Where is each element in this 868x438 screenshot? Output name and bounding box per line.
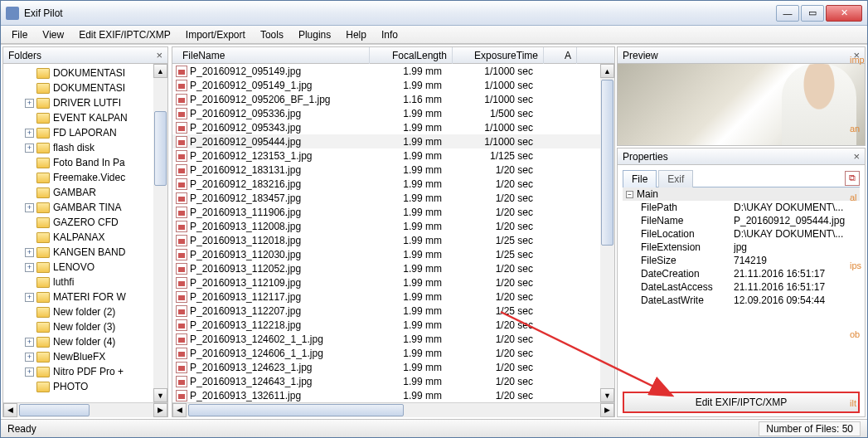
col-focallength[interactable]: FocalLength <box>370 47 453 64</box>
menu-import-export[interactable]: Import/Export <box>180 27 251 42</box>
file-row[interactable]: P_20160912_183457.jpg1.99 mm1/20 sec <box>172 191 600 205</box>
tree-item[interactable]: +KANGEN BAND <box>3 245 153 260</box>
menu-view[interactable]: View <box>36 27 70 42</box>
file-row[interactable]: P_20160913_112117.jpg1.99 mm1/20 sec <box>172 290 600 304</box>
tree-item[interactable]: luthfi <box>3 275 153 290</box>
minimize-button[interactable]: — <box>776 5 799 22</box>
tree-item[interactable]: DOKUMENTASI <box>3 80 153 95</box>
file-row[interactable]: P_20160913_132611.jpg1.99 mm1/20 sec <box>172 388 600 402</box>
expander-icon[interactable]: + <box>25 263 34 272</box>
file-row[interactable]: P_20160913_124606_1_1.jpg1.99 mm1/20 sec <box>172 346 600 360</box>
property-row[interactable]: FileNameP_20160912_095444.jpg <box>623 214 860 227</box>
tree-item[interactable]: DOKUMENTASI <box>3 66 153 80</box>
tree-item[interactable]: +New folder (4) <box>3 334 153 349</box>
tree-item[interactable]: Foto Band In Pa <box>3 155 153 170</box>
tree-item[interactable]: +flash disk <box>3 140 153 155</box>
file-row[interactable]: P_20160912_095149.jpg1.99 mm1/1000 sec <box>172 64 600 78</box>
file-row[interactable]: P_20160913_124643_1.jpg1.99 mm1/20 sec <box>172 374 600 388</box>
tree-item[interactable]: +DRIVER LUTFI <box>3 95 153 110</box>
tree-item[interactable]: +LENOVO <box>3 260 153 275</box>
property-row[interactable]: DateCreation21.11.2016 16:51:17 <box>623 267 860 280</box>
property-group-main[interactable]: − Main <box>623 187 860 201</box>
property-row[interactable]: DateLastAccess21.11.2016 16:51:17 <box>623 280 860 294</box>
col-filename[interactable]: FileName <box>177 47 370 64</box>
scroll-right-icon[interactable]: ▶ <box>600 403 614 417</box>
file-row[interactable]: P_20160913_112207.jpg1.99 mm1/25 sec <box>172 304 600 318</box>
file-row[interactable]: P_20160913_112218.jpg1.99 mm1/20 sec <box>172 318 600 332</box>
tab-exif[interactable]: Exif <box>658 170 693 187</box>
menu-tools[interactable]: Tools <box>255 27 289 42</box>
property-row[interactable]: FileLocationD:\UKAY DOKUMENT\... <box>623 227 860 241</box>
file-row[interactable]: P_20160913_124602_1_1.jpg1.99 mm1/20 sec <box>172 332 600 346</box>
tree-item[interactable]: EVENT KALPAN <box>3 110 153 125</box>
file-row[interactable]: P_20160913_112018.jpg1.99 mm1/25 sec <box>172 233 600 247</box>
tree-item[interactable]: +MATERI FOR W <box>3 290 153 304</box>
expander-icon[interactable]: + <box>25 129 34 138</box>
vscroll-thumb[interactable] <box>601 80 613 246</box>
close-button[interactable]: ✕ <box>826 5 862 22</box>
folders-close-icon[interactable]: × <box>156 49 162 61</box>
file-row[interactable]: P_20160913_112109.jpg1.99 mm1/20 sec <box>172 275 600 290</box>
edit-exif-button[interactable]: Edit EXIF/IPTC/XMP <box>623 392 860 413</box>
menu-edit-exif[interactable]: Edit EXIF/IPTC/XMP <box>73 27 177 42</box>
menu-info[interactable]: Info <box>376 27 404 42</box>
col-exposuretime[interactable]: ExposureTime <box>453 47 544 64</box>
hscroll-thumb[interactable] <box>19 404 90 416</box>
tree-item[interactable]: GAZERO CFD <box>3 215 153 230</box>
scroll-down-icon[interactable]: ▼ <box>600 388 614 402</box>
expander-icon[interactable]: + <box>25 144 34 153</box>
col-a[interactable]: A <box>544 47 577 64</box>
property-row[interactable]: FileExtensionjpg <box>623 241 860 254</box>
scroll-up-icon[interactable]: ▲ <box>153 64 167 78</box>
expander-icon[interactable]: + <box>25 99 34 108</box>
menu-help[interactable]: Help <box>340 27 372 42</box>
file-list[interactable]: P_20160912_095149.jpg1.99 mm1/1000 secP_… <box>172 64 600 402</box>
file-row[interactable]: P_20160913_112052.jpg1.99 mm1/20 sec <box>172 261 600 275</box>
file-row[interactable]: P_20160913_112008.jpg1.99 mm1/20 sec <box>172 219 600 233</box>
tree-item[interactable]: New folder (3) <box>3 319 153 334</box>
expander-icon[interactable]: + <box>25 203 34 212</box>
file-row[interactable]: P_20160912_095343.jpg1.99 mm1/1000 sec <box>172 120 600 134</box>
preview-close-icon[interactable]: × <box>853 49 860 61</box>
menu-file[interactable]: File <box>6 27 33 42</box>
files-hscrollbar[interactable]: ◀ ▶ <box>172 402 614 416</box>
file-row[interactable]: P_20160912_183216.jpg1.99 mm1/20 sec <box>172 177 600 191</box>
tree-item[interactable]: KALPANAX <box>3 230 153 245</box>
tree-item[interactable]: GAMBAR <box>3 185 153 200</box>
tree-item[interactable]: +GAMBAR TINA <box>3 200 153 215</box>
property-row[interactable]: DateLastWrite12.09.2016 09:54:44 <box>623 294 860 307</box>
tree-item[interactable]: PHOTO <box>3 379 153 394</box>
file-row[interactable]: P_20160913_112030.jpg1.99 mm1/25 sec <box>172 247 600 261</box>
file-row[interactable]: P_20160912_123153_1.jpg1.99 mm1/125 sec <box>172 148 600 163</box>
expander-icon[interactable]: + <box>25 338 34 347</box>
file-row[interactable]: P_20160912_095444.jpg1.99 mm1/1000 sec <box>172 134 600 148</box>
hscroll-thumb[interactable] <box>188 404 404 416</box>
folders-hscrollbar[interactable]: ◀ ▶ <box>3 402 167 416</box>
tree-item[interactable]: +NewBlueFX <box>3 349 153 364</box>
tree-item[interactable]: +FD LAPORAN <box>3 125 153 140</box>
property-row[interactable]: FilePathD:\UKAY DOKUMENT\... <box>623 201 860 214</box>
expander-icon[interactable]: + <box>25 248 34 257</box>
tree-item[interactable]: +Nitro PDF Pro + <box>3 364 153 379</box>
preview-image[interactable] <box>618 64 865 145</box>
vscroll-thumb[interactable] <box>154 111 167 186</box>
property-row[interactable]: FileSize714219 <box>623 254 860 267</box>
files-vscrollbar[interactable]: ▲ ▼ <box>600 64 614 402</box>
maximize-button[interactable]: ▭ <box>801 5 824 22</box>
folder-tree[interactable]: DOKUMENTASIDOKUMENTASI+DRIVER LUTFIEVENT… <box>3 64 153 402</box>
scroll-left-icon[interactable]: ◀ <box>172 403 187 417</box>
expander-icon[interactable]: + <box>25 367 34 377</box>
folders-vscrollbar[interactable]: ▲ ▼ <box>153 64 167 402</box>
tree-item[interactable]: Freemake.Videc <box>3 170 153 185</box>
file-row[interactable]: P_20160912_095336.jpg1.99 mm1/500 sec <box>172 106 600 120</box>
tree-item[interactable]: New folder (2) <box>3 304 153 319</box>
properties-close-icon[interactable]: × <box>853 150 860 163</box>
file-row[interactable]: P_20160913_111906.jpg1.99 mm1/20 sec <box>172 205 600 219</box>
file-row[interactable]: P_20160913_124623_1.jpg1.99 mm1/20 sec <box>172 360 600 374</box>
collapse-icon[interactable]: − <box>626 191 633 198</box>
scroll-up-icon[interactable]: ▲ <box>600 64 614 78</box>
expander-icon[interactable]: + <box>25 293 34 302</box>
expander-icon[interactable]: + <box>25 353 34 362</box>
file-row[interactable]: P_20160912_095149_1.jpg1.99 mm1/1000 sec <box>172 78 600 92</box>
file-row[interactable]: P_20160912_095206_BF_1.jpg1.16 mm1/1000 … <box>172 92 600 106</box>
